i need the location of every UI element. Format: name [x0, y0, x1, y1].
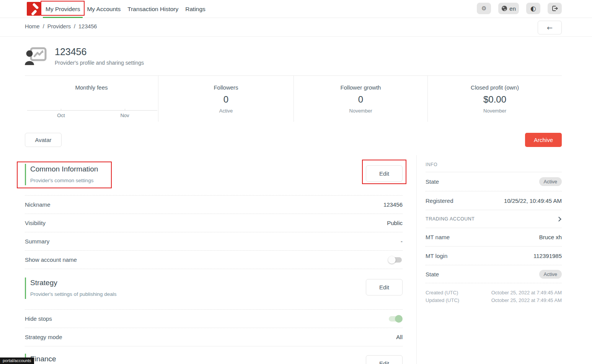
monthly-fees-chart-axis: [27, 110, 157, 111]
section-title: Strategy: [30, 279, 116, 287]
status-badge: Active: [539, 270, 562, 279]
edit-strategy-button[interactable]: Edit: [366, 279, 403, 295]
chart-tick-label: Oct: [57, 113, 65, 118]
row-strategy-mode: Strategy mode All: [25, 328, 403, 346]
page-title: 123456: [55, 46, 144, 57]
theme-toggle-button[interactable]: ◐: [526, 3, 540, 14]
row-hide-stops: Hide stops: [25, 310, 403, 328]
info-row-registered: Registered 10/25/22, 10:49:45 AM: [426, 191, 562, 210]
row-label: Summary: [25, 238, 49, 245]
info-row-mt-name: MT name Bruce xh: [426, 228, 562, 246]
info-sidebar: INFO State Active Registered 10/25/22, 1…: [426, 157, 562, 304]
row-value: 10/25/22, 10:49:45 AM: [504, 198, 562, 204]
stats-row: Monthly fees Oct Nov Followers 0 Active …: [25, 75, 562, 122]
info-row-updated: Updated (UTC) October 25, 2022 at 7:49:4…: [426, 296, 562, 304]
archive-button[interactable]: Archive: [525, 133, 562, 147]
row-label: Visibility: [25, 220, 46, 226]
top-navigation-bar: My Providers My Accounts Transaction His…: [0, 0, 592, 18]
chart-tick-label: Nov: [120, 113, 129, 118]
breadcrumb-separator: /: [74, 23, 75, 29]
stat-title: Followers: [214, 84, 238, 91]
info-row-state: State Active: [426, 172, 562, 191]
stat-card-monthly-fees: Monthly fees Oct Nov: [25, 76, 158, 122]
row-nickname: Nickname 123456: [25, 196, 403, 214]
app-logo-icon[interactable]: [27, 2, 41, 16]
chart-tick: [61, 109, 61, 111]
row-label: State: [426, 178, 439, 185]
edit-common-information-button[interactable]: Edit: [366, 165, 403, 182]
stat-card-followers: Followers 0 Active: [158, 76, 294, 122]
stat-title: Closed profit (own): [471, 84, 519, 91]
edit-finance-button[interactable]: Edit: [366, 355, 403, 364]
section-title: Common Information: [30, 165, 98, 173]
topbar-actions: ⚙ en ◐: [477, 3, 562, 14]
row-value: All: [396, 334, 403, 340]
row-value: Bruce xh: [539, 234, 562, 240]
breadcrumb-home[interactable]: Home: [25, 23, 40, 29]
trading-account-title: TRADING ACCOUNT: [426, 216, 475, 222]
language-button[interactable]: en: [498, 3, 519, 14]
nav-item-ratings[interactable]: Ratings: [182, 0, 209, 18]
status-badge: Active: [539, 177, 562, 186]
row-label: State: [426, 271, 439, 277]
logout-button[interactable]: [548, 3, 562, 14]
row-label: Hide stops: [25, 315, 52, 322]
show-account-name-toggle[interactable]: [388, 256, 403, 264]
row-value: 112391985: [533, 253, 562, 259]
stat-value: 0: [358, 94, 363, 105]
nav-item-my-accounts[interactable]: My Accounts: [83, 0, 124, 18]
breadcrumb-current: 123456: [78, 23, 97, 29]
stat-caption: Active: [219, 108, 233, 114]
nav-item-my-providers[interactable]: My Providers: [42, 0, 83, 18]
hide-stops-toggle[interactable]: [388, 315, 403, 323]
info-panel-title: INFO: [426, 157, 562, 172]
row-label: Registered: [426, 198, 453, 204]
chevron-right-icon: [556, 217, 561, 222]
row-show-account-name: Show account name: [25, 251, 403, 269]
stat-title: Follower growth: [341, 84, 381, 91]
chart-tick: [125, 109, 125, 111]
row-label: MT login: [426, 253, 447, 259]
stat-card-follower-growth: Follower growth 0 November: [294, 76, 427, 122]
provider-avatar-icon: [25, 47, 47, 65]
main-nav: My Providers My Accounts Transaction His…: [42, 0, 209, 18]
settings-button[interactable]: ⚙: [477, 3, 491, 14]
row-value: October 25, 2022 at 7:49:45 AM: [491, 297, 562, 303]
row-summary: Summary -: [25, 232, 403, 251]
row-label: MT name: [426, 234, 450, 240]
gear-icon: ⚙: [481, 6, 486, 11]
info-row-mt-login: MT login 112391985: [426, 246, 562, 265]
language-label: en: [509, 5, 516, 12]
back-button[interactable]: ←: [538, 21, 562, 34]
row-value: October 25, 2022 at 7:49:45 AM: [491, 290, 562, 295]
section-title: Finance: [30, 355, 56, 363]
row-value: Public: [387, 220, 403, 226]
info-row-ta-state: State Active: [426, 265, 562, 283]
half-circle-theme-icon: ◐: [530, 5, 536, 12]
common-information-rows: Nickname 123456 Visibility Public Summar…: [25, 195, 403, 269]
stat-caption: November: [349, 108, 372, 114]
globe-icon: [501, 5, 507, 11]
row-value: -: [401, 238, 403, 245]
row-label: Show account name: [25, 256, 77, 263]
link-status-tooltip: portal/accounts: [0, 357, 34, 364]
stat-card-closed-profit: Closed profit (own) $0.00 November: [427, 76, 562, 122]
row-visibility: Visibility Public: [25, 214, 403, 232]
breadcrumb: Home / Providers / 123456: [25, 23, 97, 29]
row-label: Updated (UTC): [426, 297, 459, 303]
toggle-knob: [395, 315, 403, 323]
avatar-button[interactable]: Avatar: [25, 133, 62, 147]
trading-account-expander[interactable]: TRADING ACCOUNT: [426, 210, 562, 228]
section-subtitle: Provider's common settings: [30, 178, 98, 183]
vertical-divider: [416, 155, 417, 364]
section-finance: Finance Edit: [25, 354, 403, 364]
divider: [0, 36, 592, 37]
monthly-fees-chart-labels: Oct Nov: [27, 113, 157, 119]
back-arrow-icon: ←: [547, 24, 553, 32]
section-common-information: Common Information Provider's common set…: [25, 164, 403, 187]
nav-item-transaction-history[interactable]: Transaction History: [124, 0, 182, 18]
breadcrumb-providers[interactable]: Providers: [47, 23, 71, 29]
page-subtitle: Provider's profile and sharing settings: [55, 60, 144, 66]
stat-title: Monthly fees: [75, 84, 108, 91]
section-strategy: Strategy Provider's settings of publishi…: [25, 277, 403, 300]
